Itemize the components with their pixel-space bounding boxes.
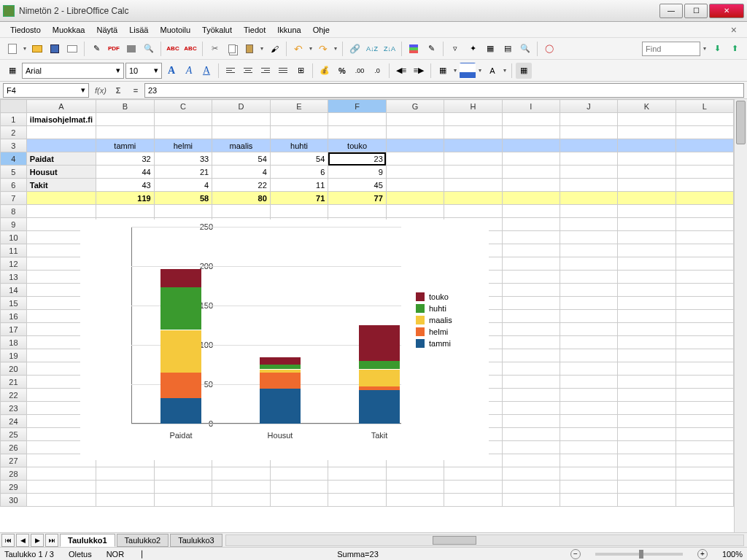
cell-L2[interactable] (676, 126, 733, 139)
cell-C29[interactable] (154, 481, 212, 494)
cell-G6[interactable] (386, 179, 444, 192)
sort-desc-button[interactable]: Z↓A (382, 41, 398, 57)
cell-H4[interactable] (444, 152, 502, 166)
row-header-23[interactable]: 23 (1, 402, 27, 415)
cell-C30[interactable] (154, 494, 212, 507)
cell-J29[interactable] (560, 481, 617, 494)
cell-K16[interactable] (618, 310, 676, 323)
sum-button[interactable]: Σ (109, 86, 127, 95)
sheet-tab-Taulukko2[interactable]: Taulukko2 (117, 534, 169, 547)
cell-G28[interactable] (386, 467, 444, 481)
cell-B4[interactable]: 32 (96, 152, 155, 166)
decrease-indent-button[interactable]: ◀≡ (393, 63, 409, 79)
cell-I12[interactable] (502, 257, 560, 271)
row-header-30[interactable]: 30 (1, 494, 27, 507)
font-name-combo[interactable]: Arial▾ (22, 63, 124, 79)
cell-H30[interactable] (444, 494, 502, 507)
menu-nayta[interactable]: Näytä (90, 24, 123, 36)
cell-F30[interactable] (328, 494, 387, 507)
row-header-28[interactable]: 28 (1, 467, 27, 481)
cell-I6[interactable] (502, 179, 560, 192)
fontcolor-dropdown-icon[interactable]: ▾ (502, 67, 508, 74)
cell-L14[interactable] (676, 284, 733, 297)
cell-D30[interactable] (212, 494, 271, 507)
cell-K6[interactable] (618, 179, 676, 192)
remove-decimal-button[interactable]: .0 (369, 63, 385, 79)
col-header-J[interactable]: J (560, 100, 617, 113)
bold-button[interactable]: A (163, 63, 179, 79)
cell-D5[interactable]: 4 (212, 166, 271, 179)
cell-L4[interactable] (676, 152, 733, 166)
align-left-button[interactable] (222, 63, 239, 79)
function-wizard-button[interactable]: f(x) (92, 86, 109, 95)
row-header-19[interactable]: 19 (1, 349, 27, 362)
cell-F8[interactable] (328, 205, 387, 218)
borders-dropdown-icon[interactable]: ▾ (452, 67, 458, 74)
menu-ohje[interactable]: Ohje (307, 24, 336, 36)
cell-L29[interactable] (676, 481, 733, 494)
redo-button[interactable]: ↷ (315, 41, 331, 57)
cell-D3[interactable]: maalis (212, 139, 271, 152)
cell-K26[interactable] (618, 441, 676, 454)
row-header-20[interactable]: 20 (1, 362, 27, 376)
col-header-F[interactable]: F (328, 100, 387, 113)
cell-I8[interactable] (502, 205, 560, 218)
cell-K24[interactable] (618, 415, 676, 428)
cell-E7[interactable]: 71 (270, 192, 328, 205)
col-header-H[interactable]: H (444, 100, 502, 113)
cell-K13[interactable] (618, 271, 676, 284)
cell-J1[interactable] (560, 113, 617, 126)
cell-I30[interactable] (502, 494, 560, 507)
cell-I16[interactable] (502, 310, 560, 323)
cell-A28[interactable] (26, 467, 96, 481)
menu-tiedosto[interactable]: Tiedosto (4, 24, 47, 36)
menu-ikkuna[interactable]: Ikkuna (271, 24, 306, 36)
cell-E30[interactable] (270, 494, 328, 507)
menu-tiedot[interactable]: Tiedot (238, 24, 271, 36)
find-input[interactable] (642, 42, 700, 56)
menu-muotoilu[interactable]: Muotoilu (154, 24, 196, 36)
cell-L6[interactable] (676, 179, 733, 192)
cell-G7[interactable] (386, 192, 444, 205)
cell-I28[interactable] (502, 467, 560, 481)
font-size-combo[interactable]: 10▾ (125, 63, 162, 79)
cell-A7[interactable] (26, 192, 96, 205)
cell-E5[interactable]: 6 (270, 166, 328, 179)
row-header-7[interactable]: 7 (1, 192, 27, 205)
cell-A30[interactable] (26, 494, 96, 507)
sort-asc-button[interactable]: A↓Z (364, 41, 380, 57)
cell-K5[interactable] (618, 166, 676, 179)
vertical-scrollbar[interactable] (734, 99, 747, 532)
paste-button[interactable] (241, 41, 258, 57)
cell-K25[interactable] (618, 428, 676, 441)
hyperlink-button[interactable]: 🔗 (347, 41, 363, 57)
cell-C28[interactable] (154, 467, 212, 481)
cell-H29[interactable] (444, 481, 502, 494)
row-header-29[interactable]: 29 (1, 481, 27, 494)
spreadsheet-grid[interactable]: ABCDEFGHIJKL1ilmaisohjelmat.fi23tammihel… (0, 99, 734, 532)
cell-I14[interactable] (502, 284, 560, 297)
cell-D8[interactable] (212, 205, 271, 218)
cell-I25[interactable] (502, 428, 560, 441)
menu-tyokalut[interactable]: Työkalut (196, 24, 238, 36)
save-button[interactable] (47, 41, 63, 57)
cell-I21[interactable] (502, 376, 560, 389)
row-header-11[interactable]: 11 (1, 244, 27, 257)
cell-I4[interactable] (502, 152, 560, 166)
cell-D29[interactable] (212, 481, 271, 494)
sheet-tab-Taulukko3[interactable]: Taulukko3 (170, 534, 222, 547)
row-header-25[interactable]: 25 (1, 428, 27, 441)
cell-I9[interactable] (502, 218, 560, 231)
cell-J23[interactable] (560, 402, 617, 415)
cell-A8[interactable] (26, 205, 96, 218)
cell-L1[interactable] (676, 113, 733, 126)
preview-button[interactable]: 🔍 (141, 41, 157, 57)
row-header-14[interactable]: 14 (1, 284, 27, 297)
row-header-18[interactable]: 18 (1, 336, 27, 349)
cell-L9[interactable] (676, 218, 733, 231)
align-right-button[interactable] (258, 63, 274, 79)
cell-J16[interactable] (560, 310, 617, 323)
cell-L23[interactable] (676, 402, 733, 415)
cell-B1[interactable] (96, 113, 155, 126)
cell-I5[interactable] (502, 166, 560, 179)
